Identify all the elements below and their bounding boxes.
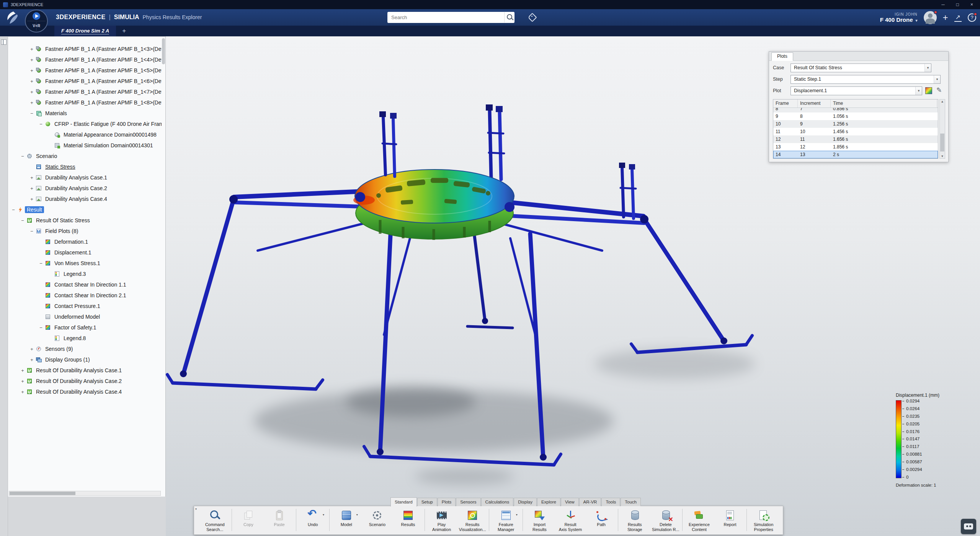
tree-item[interactable]: −Von Mises Stress.1 (8, 258, 162, 269)
scrollbar-thumb[interactable] (162, 38, 165, 64)
scroll-down-icon[interactable]: ▼ (940, 155, 945, 158)
tree-item[interactable]: +Result Of Durability Analysis Case.2 (8, 376, 162, 386)
ribbon-tab-setup[interactable]: Setup (417, 498, 437, 506)
column-header-time[interactable]: Time (831, 99, 937, 108)
panel-toggle-icon[interactable] (1, 39, 7, 45)
tree-vertical-scrollbar[interactable] (162, 37, 165, 488)
tag-icon[interactable] (528, 13, 537, 22)
expand-icon[interactable]: + (29, 186, 35, 191)
ribbon-tab-display[interactable]: Display (514, 498, 537, 506)
ribbon-tab-calculations[interactable]: Calculations (481, 498, 514, 506)
tree-item[interactable]: Contact Shear In Direction 2.1 (8, 290, 162, 301)
tree-item[interactable]: −CFRP - Elastic Fatigue (F 400 Drone Air… (8, 119, 162, 129)
tree-item[interactable]: Static Stress (8, 161, 162, 172)
toolbar-overflow-chevron[interactable]: ▾ (195, 507, 197, 511)
tree-item[interactable]: −Materials (8, 108, 162, 119)
toolbar-path[interactable]: Path (586, 508, 617, 527)
expand-icon[interactable]: + (20, 389, 26, 395)
tree-item[interactable]: +Durability Analysis Case.1 (8, 172, 162, 183)
chevron-down-icon[interactable]: ▾ (516, 513, 518, 516)
frame-row[interactable]: 1091.256 s (773, 120, 938, 128)
tree-item[interactable]: −Result Of Static Stress (8, 215, 162, 226)
toolbar-feature-manager[interactable]: ▾FeatureManager (490, 508, 521, 532)
expand-icon[interactable]: + (20, 378, 26, 384)
plot-dropdown[interactable]: Displacement.1▾ (791, 86, 922, 95)
tree-item[interactable]: +Fastner APMF B_1 A (Fastner APMF B_1<8>… (8, 97, 162, 108)
case-dropdown[interactable]: Result Of Static Stress▾ (791, 64, 931, 72)
frame-row[interactable]: 870.856 s (773, 108, 938, 112)
step-dropdown[interactable]: Static Step.1▾ (791, 75, 941, 84)
toolbar-import-results[interactable]: ImportResults (524, 508, 555, 532)
tree-item[interactable]: +Fastner APMF B_1 A (Fastner APMF B_1<6>… (8, 76, 162, 86)
scrollbar-thumb[interactable] (10, 492, 75, 495)
add-content-button[interactable]: + (943, 13, 948, 22)
search-input[interactable] (387, 15, 504, 20)
ribbon-tab-view[interactable]: View (561, 498, 579, 506)
toolbar-results-storage[interactable]: ResultsStorage (619, 508, 650, 532)
tree-item[interactable]: −Result (8, 204, 162, 215)
tree-horizontal-scrollbar[interactable] (9, 491, 161, 496)
tree-item[interactable]: Legend.3 (8, 269, 162, 279)
avatar[interactable] (924, 11, 937, 24)
column-header-frame[interactable]: Frame (773, 99, 798, 108)
expand-icon[interactable]: + (29, 78, 35, 84)
expand-icon[interactable]: + (29, 175, 35, 181)
close-button[interactable]: × (970, 2, 973, 7)
collapse-icon[interactable]: − (38, 261, 44, 266)
chevron-down-icon[interactable]: ▾ (924, 64, 931, 72)
toolbar-model[interactable]: ▾Model (331, 508, 362, 527)
chevron-down-icon[interactable]: ▾ (915, 87, 922, 95)
expand-icon[interactable]: + (29, 57, 35, 63)
plots-panel-title[interactable]: Plots (771, 52, 793, 61)
chevron-down-icon[interactable]: ▾ (356, 513, 358, 516)
toolbar-results-visualization[interactable]: ResultsVisualization... (457, 508, 488, 532)
tree-item[interactable]: Deformation.1 (8, 236, 162, 247)
expand-icon[interactable]: + (20, 368, 26, 373)
tree-item[interactable]: Displacement.1 (8, 247, 162, 258)
ribbon-tab-sensors[interactable]: Sensors (456, 498, 480, 506)
plot-settings-icon[interactable] (924, 86, 933, 95)
toolbar-results[interactable]: Results (393, 508, 424, 527)
tree-item[interactable]: Undeformed Model (8, 311, 162, 322)
toolbar-undo[interactable]: ↶▾Undo (297, 508, 328, 527)
toolbar-simulation-properties[interactable]: SimulationProperties (748, 508, 779, 532)
ribbon-tab-ar-vr[interactable]: AR-VR (579, 498, 601, 506)
collapse-icon[interactable]: − (20, 153, 26, 159)
tree-item[interactable]: +Fastner APMF B_1 A (Fastner APMF B_1<5>… (8, 65, 162, 76)
tree-item[interactable]: Contact Shear In Direction 1.1 (8, 279, 162, 290)
edit-icon[interactable] (935, 86, 944, 95)
share-icon[interactable]: ↗ (954, 14, 962, 22)
expand-icon[interactable]: + (29, 196, 35, 202)
frame-row[interactable]: 14132 s (773, 151, 938, 158)
tree-item[interactable]: Legend.8 (8, 333, 162, 344)
tree-item[interactable]: −Factor of Safety.1 (8, 322, 162, 333)
tree-item[interactable]: Material Simulation Domain00014301 (8, 140, 162, 151)
tree-item[interactable]: +Result Of Durability Analysis Case.1 (8, 365, 162, 376)
tree-item[interactable]: −Scenario (8, 151, 162, 161)
expand-icon[interactable]: + (29, 68, 35, 73)
assistant-robot-button[interactable] (961, 519, 976, 534)
collapse-icon[interactable]: − (20, 218, 26, 223)
tree-item[interactable]: +Fastner APMF B_1 A (Fastner APMF B_1<7>… (8, 86, 162, 97)
expand-icon[interactable]: + (29, 89, 35, 95)
toolbar-experience-content[interactable]: ExperienceContent (684, 508, 715, 532)
tree-item[interactable]: +Sensors (9) (8, 344, 162, 354)
compass-icon[interactable]: V+R (24, 9, 49, 33)
expand-icon[interactable]: + (29, 100, 35, 106)
ribbon-tab-standard[interactable]: Standard (390, 497, 417, 507)
search-icon[interactable] (504, 12, 514, 23)
tree-item[interactable]: +Fastner APMF B_1 A (Fastner APMF B_1<3>… (8, 44, 162, 54)
toolbar-scenario[interactable]: Scenario (362, 508, 393, 527)
column-header-increment[interactable]: Increment (798, 99, 831, 108)
collapse-icon[interactable]: − (29, 111, 35, 116)
context-switcher[interactable]: F 400 Drone▾ (880, 16, 918, 23)
frames-table-scrollbar[interactable]: ▲ ▼ (939, 99, 945, 159)
chevron-down-icon[interactable]: ▾ (934, 75, 940, 83)
ribbon-tab-explore[interactable]: Explore (537, 498, 560, 506)
collapse-icon[interactable]: − (38, 121, 44, 127)
expand-icon[interactable]: + (29, 46, 35, 52)
toolbar-report[interactable]: Report (715, 508, 746, 527)
collapse-icon[interactable]: − (29, 228, 35, 234)
global-search[interactable] (387, 12, 514, 23)
new-tab-button[interactable]: + (122, 27, 126, 35)
